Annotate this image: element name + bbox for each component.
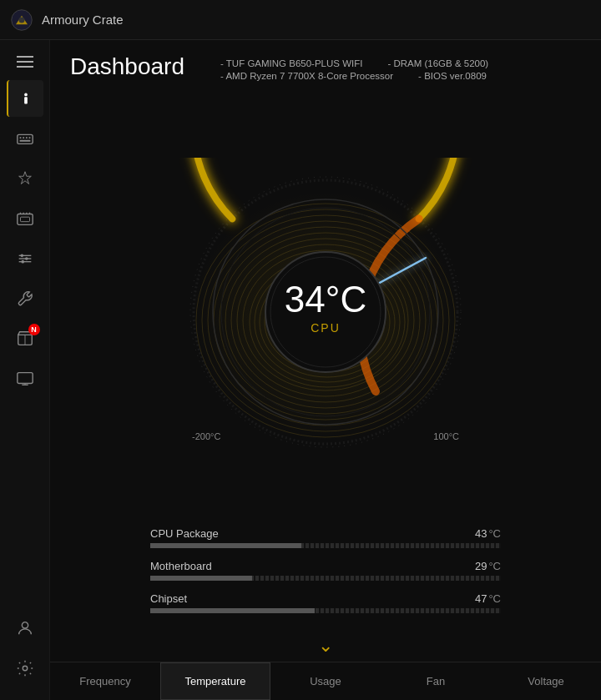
svg-rect-4 — [17, 134, 32, 144]
gauge-container: 34°C CPU -200°C 100°C — [167, 158, 484, 458]
info-motherboard: TUF GAMING B650-PLUS WIFI — [220, 58, 362, 68]
svg-rect-9 — [19, 140, 30, 142]
sensor-header-chipset: Chipset 47°C — [150, 592, 501, 605]
sensor-fill-mb — [150, 576, 252, 581]
menu-button[interactable] — [8, 47, 42, 77]
page-title: Dashboard — [70, 53, 204, 80]
info-cpu: AMD Ryzen 7 7700X 8-Core Processor — [220, 71, 393, 81]
info-icon — [17, 89, 35, 108]
deals-badge: N — [28, 324, 40, 335]
media-icon — [16, 370, 34, 388]
gauge-max-label: 100°C — [433, 431, 459, 441]
settings-icon — [16, 659, 34, 677]
svg-point-3 — [24, 93, 28, 97]
system-icon — [16, 249, 34, 268]
expand-chevron[interactable]: ⌄ — [318, 635, 333, 657]
sensor-name-chipset: Chipset — [150, 592, 187, 605]
sensor-header-cpu: CPU Package 43°C — [150, 527, 501, 540]
dashboard-info: TUF GAMING B650-PLUS WIFI DRAM (16GB & 5… — [220, 53, 488, 81]
tab-fan[interactable]: Fan — [381, 662, 491, 700]
svg-rect-5 — [19, 137, 21, 138]
sidebar-item-gpu[interactable] — [7, 200, 43, 237]
sidebar-item-media[interactable] — [7, 360, 43, 397]
sensor-fill-cpu — [150, 543, 301, 548]
sensor-row-cpu: CPU Package 43°C — [150, 527, 501, 548]
gpu-icon — [16, 209, 34, 228]
sidebar: N — [0, 40, 50, 700]
title-bar: Armoury Crate — [0, 0, 601, 40]
svg-point-21 — [21, 260, 24, 264]
svg-rect-23 — [17, 373, 32, 384]
svg-point-19 — [20, 254, 23, 258]
sensor-row-chipset: Chipset 47°C — [150, 592, 501, 613]
sensor-name-cpu: CPU Package — [150, 527, 219, 540]
tools-icon — [16, 290, 34, 308]
app-title: Armoury Crate — [42, 13, 124, 27]
sidebar-item-keyboard[interactable] — [7, 120, 43, 157]
info-dram: DRAM (16GB & 5200) — [387, 58, 488, 68]
sidebar-item-deals[interactable]: N — [7, 320, 43, 357]
main-layout: N Dashboard TUF GAMING B650-PLUS WIFI DR… — [0, 40, 601, 700]
sidebar-item-profile[interactable] — [7, 610, 43, 647]
gauge-center: 34°C CPU — [285, 281, 366, 335]
svg-rect-7 — [25, 137, 27, 138]
sidebar-item-tools[interactable] — [7, 280, 43, 317]
svg-point-20 — [25, 257, 28, 260]
sidebar-item-aura[interactable] — [7, 160, 43, 197]
gauge-min-label: -200°C — [192, 431, 220, 441]
tab-usage[interactable]: Usage — [270, 662, 381, 700]
tab-voltage[interactable]: Voltage — [491, 662, 601, 700]
svg-rect-8 — [28, 137, 30, 138]
gauge-temperature: 34°C — [285, 281, 366, 318]
svg-point-26 — [22, 622, 28, 628]
keyboard-icon — [16, 129, 34, 148]
tab-frequency[interactable]: Frequency — [50, 662, 160, 700]
sensor-fill-chipset — [150, 608, 315, 613]
tab-temperature[interactable]: Temperature — [160, 662, 270, 700]
svg-rect-6 — [23, 137, 24, 138]
dashboard-header: Dashboard TUF GAMING B650-PLUS WIFI DRAM… — [50, 40, 601, 88]
gauge-area: 34°C CPU -200°C 100°C — [50, 88, 601, 527]
info-row-2: AMD Ryzen 7 7700X 8-Core Processor BIOS … — [220, 71, 488, 81]
sidebar-item-info[interactable] — [7, 80, 43, 117]
app-logo — [10, 8, 33, 32]
sensor-bar-mb — [150, 576, 501, 581]
sidebar-item-system[interactable] — [7, 240, 43, 277]
chevron-row: ⌄ — [50, 632, 601, 662]
gauge-label: CPU — [311, 321, 341, 335]
profile-icon — [16, 619, 34, 637]
bottom-tabs: Frequency Temperature Usage Fan Voltage — [50, 662, 601, 700]
info-row-1: TUF GAMING B650-PLUS WIFI DRAM (16GB & 5… — [220, 58, 488, 68]
sidebar-item-settings[interactable] — [7, 650, 43, 687]
info-bios: BIOS ver.0809 — [418, 71, 487, 81]
sensor-value-chipset: 47°C — [475, 592, 501, 605]
sensor-row-mb: Motherboard 29°C — [150, 560, 501, 581]
sensor-name-mb: Motherboard — [150, 560, 212, 572]
content-area: Dashboard TUF GAMING B650-PLUS WIFI DRAM… — [50, 40, 601, 700]
aura-icon — [16, 169, 34, 188]
sensor-bar-cpu — [150, 543, 501, 548]
svg-rect-10 — [17, 214, 32, 225]
sensor-bar-chipset — [150, 608, 501, 613]
svg-point-27 — [23, 666, 28, 671]
sensor-value-mb: 29°C — [475, 560, 501, 572]
svg-rect-2 — [24, 97, 28, 103]
sensor-section: CPU Package 43°C Motherboard 29°C — [50, 527, 601, 632]
svg-rect-11 — [20, 217, 29, 222]
sensor-header-mb: Motherboard 29°C — [150, 560, 501, 572]
sensor-value-cpu: 43°C — [475, 527, 501, 540]
svg-point-1 — [19, 17, 25, 23]
sidebar-bottom — [0, 610, 49, 700]
